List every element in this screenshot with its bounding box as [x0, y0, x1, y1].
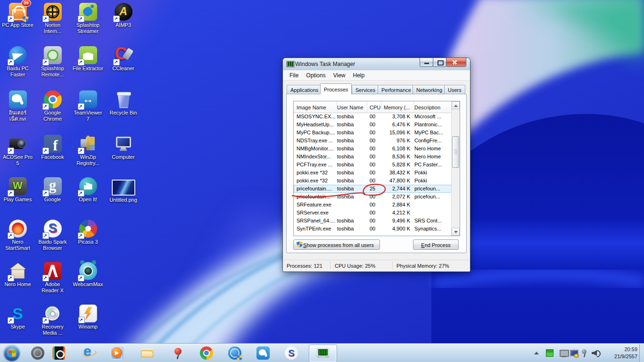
icon-label: PC App Store [0, 22, 35, 28]
tab-services[interactable]: Services [352, 85, 379, 94]
clock[interactable]: 20:59 21/9/2557 [603, 346, 637, 360]
file-explorer-icon[interactable] [140, 346, 154, 360]
process-row[interactable]: pokki.exe *32toshiba0038,432 KPokki [294, 169, 452, 177]
desktop-icon-file-extractor[interactable]: File Extractor [70, 46, 106, 72]
show-all-users-button[interactable]: Show processes from all users [293, 239, 380, 250]
end-process-button[interactable]: End Process [413, 239, 459, 250]
process-row[interactable]: NMIndexStor...toshiba008,536 KNero Home [294, 153, 452, 161]
baidu-spark-taskbar-icon[interactable] [285, 346, 298, 360]
process-row[interactable]: pricefountain...toshiba002,072 Kpricefou… [294, 193, 452, 201]
cell-user [337, 209, 367, 217]
column-image-name[interactable]: Image Name [294, 101, 337, 113]
tab-performance[interactable]: Performance [378, 85, 415, 94]
pushpin-tray-icon[interactable] [580, 348, 589, 358]
volume-tray-icon[interactable] [591, 348, 601, 358]
cell-user: toshiba [337, 121, 367, 129]
cell-cpu: 00 [367, 193, 381, 201]
process-row[interactable]: SRServer.exe004,212 K [294, 209, 452, 217]
scroll-down-button[interactable] [452, 228, 460, 236]
display-tray-icon[interactable] [559, 348, 569, 358]
cpu-meter-tray-icon[interactable] [546, 349, 553, 357]
minimize-button[interactable] [420, 58, 433, 67]
internet-explorer-icon[interactable] [82, 346, 95, 360]
menu-options[interactable]: Options [302, 71, 329, 80]
thai-internet-app-icon[interactable] [256, 346, 270, 360]
desktop-icon-computer[interactable]: Computer [106, 135, 141, 160]
task-manager-window: Windows Task Manager File Options View H… [283, 58, 470, 272]
chrome-taskbar-icon[interactable] [200, 346, 213, 360]
desktop-icon-ccleaner[interactable]: CCleaner [106, 46, 141, 72]
desktop-icon-winzip-registry[interactable]: WinZip Registry... [70, 135, 106, 166]
process-row-selected[interactable]: pricefountain....toshiba252,744 Kpricefo… [294, 185, 452, 193]
desktop-icon-nero-startsmart[interactable]: Nero StartSmart [0, 220, 35, 251]
process-row[interactable]: PCFTray.exe ...toshiba005,828 KPC Faster… [294, 161, 452, 169]
desktop-icon-teamviewer[interactable]: TeamViewer 7 [70, 90, 106, 122]
shortcut-arrow-icon [78, 275, 84, 281]
scroll-up-button[interactable] [452, 101, 460, 109]
baidu-pc-faster-icon [9, 46, 27, 64]
process-row[interactable]: pokki.exe *32toshiba0047,800 KPokki [294, 177, 452, 185]
desktop-icon-pc-app-store[interactable]: 20 PC App Store [0, 3, 35, 28]
start-button[interactable] [4, 345, 20, 361]
process-row[interactable]: SRFeature.exe002,884 K [294, 201, 452, 209]
maximize-button[interactable] [433, 58, 446, 67]
desktop-icon-baidu-pc-faster[interactable]: Baidu PC Faster [0, 46, 35, 78]
desktop-icon-nero-home[interactable]: Nero Home [0, 262, 35, 288]
desktop-icon-baidu-spark[interactable]: Baidu Spark Browser [35, 220, 70, 251]
desktop-icon-google-chrome[interactable]: Google Chrome [35, 90, 70, 122]
desktop-icon-acdsee[interactable]: ACDSee Pro 5 [0, 135, 35, 166]
pokki-icon[interactable] [31, 346, 44, 360]
cell-image: PCFTray.exe ... [294, 161, 337, 169]
desktop-icon-recycle-bin[interactable]: Recycle Bin [106, 90, 141, 116]
hidden-icons-button[interactable] [532, 348, 541, 358]
scrollbar-thumb[interactable] [452, 136, 459, 168]
media-player-icon[interactable] [110, 346, 124, 360]
desktop-icon-picasa[interactable]: Picasa 3 [70, 220, 106, 245]
column-user-name[interactable]: User Name [337, 101, 367, 113]
menu-help[interactable]: Help [349, 71, 369, 80]
process-row[interactable]: NMBgMonitor....toshiba006,108 KNero Home [294, 145, 452, 153]
process-row[interactable]: SRSPanel_64....toshiba009,496 KSRS Cont.… [294, 217, 452, 225]
menu-view[interactable]: View [330, 71, 349, 80]
close-button[interactable] [446, 58, 466, 67]
desktop-icon-recovery-media[interactable]: Recovery Media ... [35, 304, 70, 336]
column-cpu[interactable]: CPU [367, 101, 381, 113]
desktop-icon-winamp[interactable]: Winamp [70, 304, 106, 330]
process-row[interactable]: MyPC Backup....toshiba0015,096 KMyPC Bac… [294, 129, 452, 137]
column-memory[interactable]: Memory (... [381, 101, 414, 113]
tab-networking[interactable]: Networking [413, 85, 446, 94]
shortcut-arrow-icon [78, 59, 84, 66]
process-row[interactable]: SynTPEnh.exetoshiba004,900 KSynaptics... [294, 225, 452, 233]
vertical-scrollbar[interactable] [451, 101, 460, 236]
tab-users[interactable]: Users [444, 85, 465, 94]
title-bar[interactable]: Windows Task Manager [283, 58, 470, 71]
open-it-icon [79, 177, 97, 195]
column-description[interactable]: Description [414, 101, 452, 113]
task-manager-taskbar-button[interactable] [309, 345, 337, 362]
tab-applications[interactable]: Applications [287, 85, 322, 94]
desktop-icon-skype[interactable]: Skype [0, 304, 35, 330]
desktop-icon-internet-file[interactable]: อินเตอร์ เน็ต.nvi [0, 90, 35, 122]
pushpin-icon[interactable] [171, 346, 184, 360]
desktop-icon-splashtop-remote[interactable]: Splashtop Remote... [35, 46, 70, 78]
desktop-icon-google[interactable]: Google [35, 177, 70, 203]
desktop-icon-adobe-reader[interactable]: Adobe Reader X [35, 262, 70, 294]
cell-cpu: 00 [367, 153, 381, 161]
desktop-icon-facebook[interactable]: Facebook [35, 135, 70, 160]
process-row[interactable]: MSOSYNC.EX...toshiba003,708 KMicrosoft .… [294, 113, 452, 121]
desktop-icon-aimp3[interactable]: AIMP3 [106, 3, 141, 28]
desktop-icon-play-games[interactable]: Play Games [0, 177, 35, 203]
process-row[interactable]: MyHeadsetUp...toshiba006,476 KPlantronic… [294, 121, 452, 129]
tab-processes[interactable]: Processes [320, 83, 352, 94]
desktop-icon-webcammax[interactable]: WebcamMax [70, 262, 106, 288]
desktop-icon-untitled-png[interactable]: Untitled.png [106, 177, 141, 203]
desktop-icon-norton[interactable]: Norton Intern... [35, 3, 70, 34]
show-desktop-button[interactable] [639, 344, 644, 362]
desktop-icon-open-it[interactable]: Open It! [70, 177, 106, 203]
device-tray-icon[interactable] [570, 348, 579, 358]
desktop-icon-splashtop-streamer[interactable]: Splashtop Streamer [70, 3, 106, 34]
process-row[interactable]: NDSTray.exe ...toshiba00976 KConfigFre..… [294, 137, 452, 145]
baidu-antivirus-icon[interactable] [228, 346, 241, 360]
camera-app-icon[interactable] [52, 346, 66, 360]
menu-file[interactable]: File [286, 71, 302, 80]
